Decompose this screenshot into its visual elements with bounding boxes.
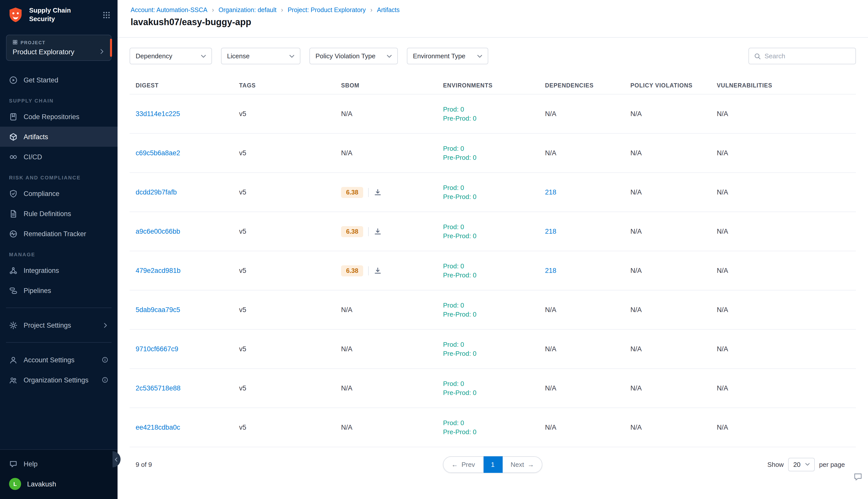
policy-violations-cell: N/A	[624, 110, 711, 118]
sidebar-item-code-repositories[interactable]: Code Repositories	[0, 107, 117, 126]
sidebar-item-label: Organization Settings	[24, 376, 88, 384]
prod-count: Prod: 0	[443, 262, 539, 270]
policy-violation-type-filter-dropdown[interactable]: Policy Violation Type	[309, 48, 398, 64]
project-name: Product Exploratory	[13, 48, 74, 56]
environments-cell: Prod: 0 Pre-Prod: 0	[437, 341, 539, 357]
breadcrumb-artifacts[interactable]: Artifacts	[377, 7, 400, 14]
tag-cell: v5	[233, 228, 335, 235]
sidebar-item-label: Rule Definitions	[24, 210, 71, 217]
preprod-count: Pre-Prod: 0	[443, 428, 539, 436]
chevron-down-icon	[289, 54, 294, 58]
preprod-count: Pre-Prod: 0	[443, 114, 539, 122]
arrow-right-icon: →	[528, 461, 534, 468]
download-sbom-icon[interactable]	[374, 267, 382, 275]
breadcrumb-organization[interactable]: Organization: default	[219, 7, 288, 14]
digest-link[interactable]: c69c5b6a8ae2	[136, 149, 180, 157]
vulnerabilities-cell: N/A	[711, 267, 856, 275]
prev-page-button[interactable]: ← Prev	[443, 456, 483, 473]
content-area: Dependency License Policy Violation Type	[117, 38, 868, 499]
digest-link[interactable]: ee4218cdba0c	[136, 424, 180, 431]
digest-link[interactable]: dcdd29b7fafb	[136, 188, 177, 196]
sidebar-item-label: Integrations	[24, 267, 59, 274]
prod-count: Prod: 0	[443, 184, 539, 192]
sbom-cell: N/A	[335, 110, 437, 118]
prod-count: Prod: 0	[443, 380, 539, 387]
breadcrumb-project[interactable]: Project: Product Exploratory	[288, 7, 377, 14]
sidebar-item-artifacts[interactable]: Artifacts	[0, 126, 117, 147]
table-body: 33d114e1c225 v5 N/A Prod: 0 Pre-Prod: 0 …	[129, 95, 856, 447]
environment-type-filter-dropdown[interactable]: Environment Type	[407, 48, 488, 64]
dependencies-link[interactable]: 218	[545, 267, 556, 275]
prod-count: Prod: 0	[443, 223, 539, 231]
vulnerabilities-cell: N/A	[711, 385, 856, 392]
sbom-cell: 6.38	[335, 226, 437, 237]
user-profile[interactable]: L Lavakush	[0, 474, 117, 494]
sbom-na-text: N/A	[341, 345, 352, 353]
sidebar-item-pipelines[interactable]: Pipelines	[0, 280, 117, 301]
preprod-count: Pre-Prod: 0	[443, 350, 539, 357]
chevron-right-icon	[102, 322, 109, 328]
column-header-vulnerabilities: VULNERABILITIES	[711, 82, 856, 88]
sidebar-item-help[interactable]: Help	[0, 454, 117, 474]
preprod-count: Pre-Prod: 0	[443, 271, 539, 279]
dependencies-na-text: N/A	[545, 149, 556, 157]
breadcrumb-account[interactable]: Account: Automation-SSCA	[131, 7, 219, 14]
page-size-dropdown[interactable]: 20	[788, 458, 815, 471]
support-chat-icon[interactable]	[853, 472, 863, 484]
page-number-button[interactable]: 1	[483, 456, 503, 473]
dependency-filter-dropdown[interactable]: Dependency	[129, 48, 212, 64]
vulnerabilities-cell: N/A	[711, 149, 856, 157]
sbom-cell: 6.38	[335, 187, 437, 198]
digest-link[interactable]: 479e2acd981b	[136, 267, 181, 275]
policy-violations-cell: N/A	[624, 188, 711, 196]
digest-link[interactable]: a9c6e00c66bb	[136, 228, 180, 235]
dependencies-na-text: N/A	[545, 306, 556, 314]
dependencies-cell: 218	[539, 228, 624, 235]
divider	[6, 342, 112, 343]
user-name: Lavakush	[27, 480, 56, 488]
sidebar-item-remediation-tracker[interactable]: Remediation Tracker	[0, 223, 117, 244]
policy-violation-type-filter-label: Policy Violation Type	[315, 52, 375, 60]
dependencies-link[interactable]: 218	[545, 188, 556, 196]
chevron-down-icon	[477, 54, 482, 58]
gear-icon	[9, 321, 17, 329]
policy-violations-cell: N/A	[624, 345, 711, 353]
show-label: Show	[767, 461, 784, 468]
tag-cell: v5	[233, 424, 335, 431]
tag-cell: v5	[233, 149, 335, 157]
sidebar-item-compliance[interactable]: Compliance	[0, 183, 117, 204]
info-icon	[101, 376, 109, 384]
sidebar-item-label: Remediation Tracker	[24, 230, 86, 238]
digest-link[interactable]: 9710cf6667c9	[136, 345, 178, 353]
sbom-na-text: N/A	[341, 149, 352, 157]
sidebar-item-integrations[interactable]: Integrations	[0, 260, 117, 280]
sidebar-item-project-settings[interactable]: Project Settings	[0, 315, 117, 335]
project-grid-icon	[13, 40, 17, 46]
digest-link[interactable]: 5dab9caa79c5	[136, 306, 180, 314]
app-switcher-grid-icon[interactable]	[102, 11, 111, 19]
sidebar-item-organization-settings[interactable]: Organization Settings	[0, 370, 117, 390]
digest-link[interactable]: 33d114e1c225	[136, 110, 180, 118]
download-sbom-icon[interactable]	[374, 227, 382, 235]
search-input[interactable]	[765, 52, 851, 60]
column-header-environments: ENVIRONMENTS	[437, 82, 539, 88]
tag-cell: v5	[233, 267, 335, 275]
sidebar-item-get-started[interactable]: Get Started	[0, 70, 117, 90]
sidebar-item-cicd[interactable]: CI/CD	[0, 147, 117, 167]
document-icon	[9, 209, 17, 218]
sidebar-item-label: Help	[24, 460, 38, 467]
artifacts-cube-icon	[9, 132, 17, 141]
digest-link[interactable]: 2c5365718e88	[136, 385, 181, 392]
license-filter-dropdown[interactable]: License	[221, 48, 300, 64]
preprod-count: Pre-Prod: 0	[443, 193, 539, 200]
divider	[6, 307, 112, 308]
download-sbom-icon[interactable]	[374, 188, 382, 196]
sidebar-item-label: Artifacts	[24, 133, 48, 141]
dependencies-link[interactable]: 218	[545, 228, 556, 235]
next-page-button[interactable]: Next →	[503, 456, 543, 473]
sidebar-item-account-settings[interactable]: Account Settings	[0, 350, 117, 370]
project-selector[interactable]: PROJECT Product Exploratory	[6, 35, 112, 61]
dependencies-na-text: N/A	[545, 345, 556, 353]
preprod-count: Pre-Prod: 0	[443, 154, 539, 161]
sidebar-item-rule-definitions[interactable]: Rule Definitions	[0, 204, 117, 223]
